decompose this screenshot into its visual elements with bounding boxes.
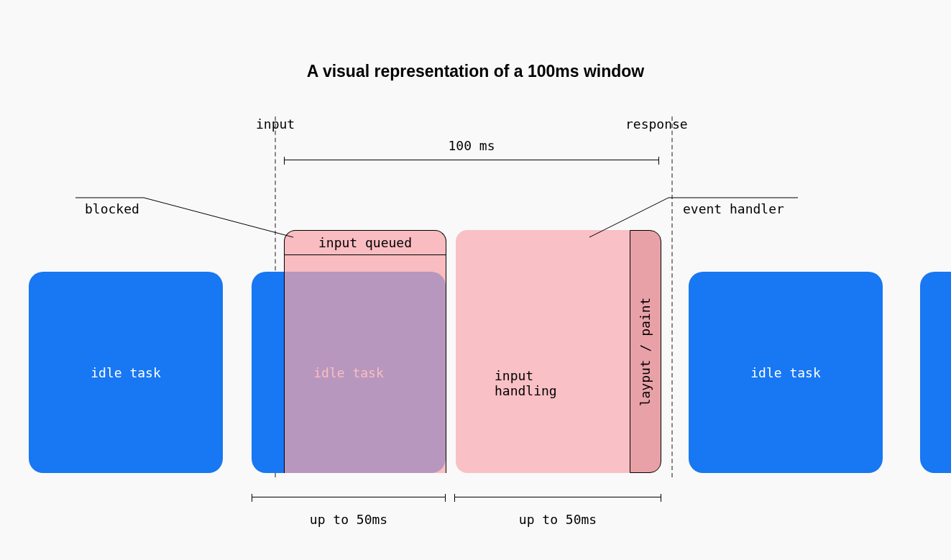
bottom-bracket-left: [252, 497, 446, 497]
blocked-callout-label: blocked: [85, 201, 139, 216]
diagram-stage: A visual representation of a 100ms windo…: [0, 0, 951, 560]
window-100ms-label: 100 ms: [284, 138, 659, 153]
response-marker-line: [671, 116, 673, 477]
input-queued-block: input queued: [284, 230, 446, 473]
idle-task-block: idle task: [689, 272, 883, 473]
bottom-bracket-right: [454, 497, 661, 497]
input-queued-label: input queued: [285, 231, 446, 255]
diagram-title: A visual representation of a 100ms windo…: [0, 62, 951, 81]
idle-task-block: idle task: [920, 272, 951, 473]
idle-task-label: idle task: [750, 365, 821, 380]
bottom-bracket-left-label: up to 50ms: [252, 512, 446, 527]
layout-paint-label: layput / paint: [638, 297, 653, 406]
input-handling-label: input handling: [495, 368, 557, 398]
bottom-bracket-right-label: up to 50ms: [454, 512, 661, 527]
idle-task-label: idle task: [91, 365, 161, 380]
layout-paint-block: layput / paint: [630, 230, 661, 473]
event-handler-callout-label: event handler: [683, 201, 784, 216]
window-100ms-bracket: [284, 160, 659, 160]
input-marker-label: input: [256, 116, 295, 132]
idle-task-block: idle task: [29, 272, 223, 473]
response-marker-label: response: [625, 116, 688, 132]
